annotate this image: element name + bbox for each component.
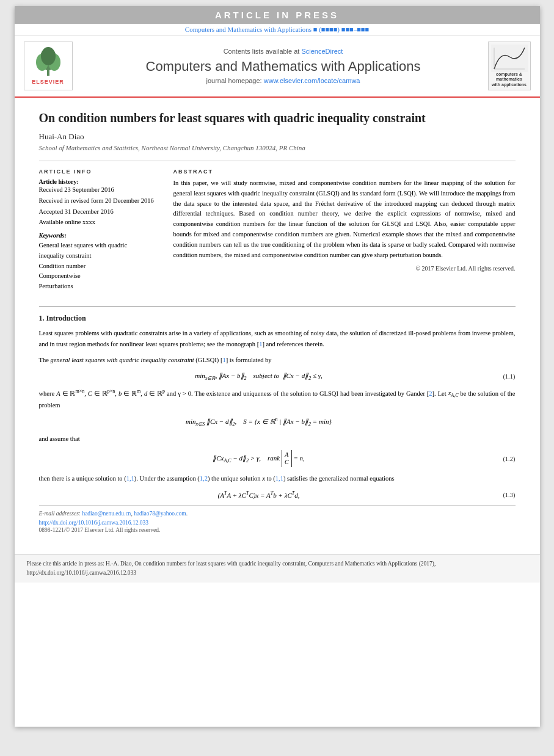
keywords-label: Keywords: <box>39 232 161 239</box>
journal-center: Contents lists available at ScienceDirec… <box>79 48 488 84</box>
formula-1-1-block: minx∈ℝⁿ ‖Ax − b‖2 subject to ‖Cx − d‖2 ≤… <box>39 372 516 381</box>
keywords-block: Keywords: General least squares with qua… <box>39 232 161 292</box>
ref-2-link[interactable]: 2 <box>429 390 432 396</box>
doi-link[interactable]: http://dx.doi.org/10.1016/j.camwa.2016.1… <box>39 520 149 526</box>
journal-url-bar: Computers and Mathematics with Applicati… <box>15 24 540 35</box>
article-history-block: Article history: Received 23 September 2… <box>39 178 161 227</box>
intro-assume-text: and assume that <box>39 434 516 445</box>
svg-rect-5 <box>491 45 528 72</box>
intro-paragraph-5: then there is a unique solution to (1,1)… <box>39 473 516 484</box>
journal-thumbnail: computers &mathematicswith applications <box>488 42 531 90</box>
journal-header: ELSEVIER Contents lists available at Sci… <box>15 35 540 98</box>
introduction-heading: 1. Introduction <box>39 314 516 323</box>
abstract-column: ABSTRACT In this paper, we will study no… <box>173 169 516 297</box>
intro-paragraph-3: where A ∈ ℝm×n, C ∈ ℝp×n, b ∈ ℝm, d ∈ ℝp… <box>39 387 516 411</box>
email-label: E-mail addresses: <box>39 511 81 517</box>
author-affiliation: School of Mathematics and Statistics, No… <box>39 144 516 151</box>
ref-1-link[interactable]: 1 <box>259 341 262 347</box>
article-info-label: ARTICLE INFO <box>39 169 161 175</box>
keyword-2: Condition number <box>39 261 161 272</box>
abstract-label: ABSTRACT <box>173 169 516 175</box>
received-line: Received 23 September 2016 <box>39 185 161 195</box>
section-divider-1 <box>39 306 516 307</box>
formula-1-1-content: minx∈ℝⁿ ‖Ax − b‖2 subject to ‖Cx − d‖2 ≤… <box>39 372 479 381</box>
formula-1-2-number: (1.2) <box>479 456 516 462</box>
svg-point-4 <box>41 47 56 65</box>
journal-title: Computers and Mathematics with Applicati… <box>91 59 476 75</box>
keyword-4: Perturbations <box>39 282 161 292</box>
journal-thumb-graphic <box>491 45 528 72</box>
issn-line: 0898-1221/© 2017 Elsevier Ltd. All right… <box>39 527 516 533</box>
page: ARTICLE IN PRESS Computers and Mathemati… <box>15 6 540 727</box>
intro-paragraph-1: Least squares problems with quadratic co… <box>39 328 516 350</box>
footnote-email: E-mail addresses: hadiao@nenu.edu.cn, ha… <box>39 509 516 518</box>
aip-banner-text: ARTICLE IN PRESS <box>215 10 339 20</box>
elsevier-wordmark: ELSEVIER <box>32 79 64 85</box>
formula-1-3-number: (1.3) <box>479 492 516 498</box>
ref-11b-link[interactable]: 1,1 <box>275 475 283 482</box>
formula-1-2-text: ‖CxA,C − d‖2 > γ, rank A C = n, <box>213 454 305 462</box>
footnote-area: E-mail addresses: hadiao@nenu.edu.cn, ha… <box>39 505 516 536</box>
accepted-line: Accepted 31 December 2016 <box>39 207 161 217</box>
article-info-column: ARTICLE INFO Article history: Received 2… <box>39 169 161 297</box>
doi-line: http://dx.doi.org/10.1016/j.camwa.2016.1… <box>39 520 516 526</box>
citation-text: Please cite this article in press as: H.… <box>27 561 436 576</box>
elsevier-logo-svg <box>30 47 67 78</box>
email-1-link[interactable]: hadiao@nenu.edu.cn <box>82 511 131 517</box>
formula-1-3-content: (ATA + λCTC)x = ATb + λCTd, <box>39 490 479 499</box>
sciencedirect-link[interactable]: ScienceDirect <box>301 48 343 55</box>
aip-banner: ARTICLE IN PRESS <box>15 6 540 24</box>
journal-url-link[interactable]: Computers and Mathematics with Applicati… <box>185 26 313 33</box>
formula-1-3-text: (ATA + λCTC)x = ATb + λCTd, <box>218 492 300 499</box>
journal-thumb-title: computers &mathematicswith applications <box>492 72 527 87</box>
elsevier-logo-container: ELSEVIER <box>24 42 79 90</box>
article-info-abstract: ARTICLE INFO Article history: Received 2… <box>39 161 516 297</box>
formula-1-1-text: minx∈ℝⁿ ‖Ax − b‖2 subject to ‖Cx − d‖2 ≤… <box>195 372 323 379</box>
intro-paragraph-2: The general least squares with quadric i… <box>39 355 516 366</box>
ref-12-link[interactable]: 1,2 <box>200 475 208 482</box>
abstract-text: In this paper, we will study normwise, m… <box>173 178 516 260</box>
keyword-3: Componentwise <box>39 271 161 282</box>
available-line: Available online xxxx <box>39 217 161 227</box>
formula-set-content: minx∈S ‖Cx − d‖2, S = {x ∈ ℝn | ‖Ax − b‖… <box>39 417 479 427</box>
article-title: On condition numbers for least squares w… <box>39 110 516 126</box>
formula-1-3-block: (ATA + λCTC)x = ATb + λCTd, (1.3) <box>39 490 516 499</box>
formula-set-text: minx∈S ‖Cx − d‖2, S = {x ∈ ℝn | ‖Ax − b‖… <box>186 418 332 425</box>
formula-1-2-block: ‖CxA,C − d‖2 > γ, rank A C = n, (1.2) <box>39 450 516 467</box>
article-body: On condition numbers for least squares w… <box>15 98 540 548</box>
keyword-1: General least squares with quadricinequa… <box>39 241 161 261</box>
citation-bar: Please cite this article in press as: H.… <box>15 554 540 583</box>
author-name: Huai-An Diao <box>39 132 516 142</box>
homepage-link[interactable]: www.elsevier.com/locate/camwa <box>264 77 360 84</box>
formula-set-block: minx∈S ‖Cx − d‖2, S = {x ∈ ℝn | ‖Ax − b‖… <box>39 417 516 427</box>
history-label: Article history: <box>39 178 161 185</box>
copyright-line: © 2017 Elsevier Ltd. All rights reserved… <box>173 265 516 272</box>
ref-11-link[interactable]: 1,1 <box>126 475 134 482</box>
ref-1b-link[interactable]: 1 <box>222 357 225 363</box>
elsevier-logo-inner: ELSEVIER <box>24 42 73 90</box>
formula-1-2-content: ‖CxA,C − d‖2 > γ, rank A C = n, <box>39 450 479 467</box>
email-2-link[interactable]: hadiao78@yahoo.com <box>134 511 186 517</box>
revised-line: Received in revised form 20 December 201… <box>39 196 161 206</box>
formula-1-1-number: (1.1) <box>479 373 516 380</box>
journal-homepage: journal homepage: www.elsevier.com/locat… <box>91 77 476 84</box>
contents-line: Contents lists available at ScienceDirec… <box>91 48 476 55</box>
